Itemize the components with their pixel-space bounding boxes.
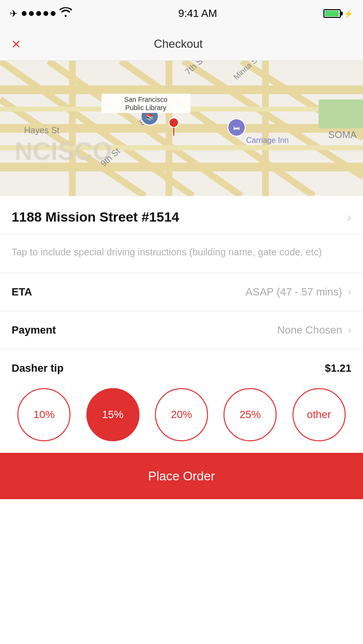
svg-text:SOMA: SOMA <box>328 129 357 140</box>
wifi-icon <box>59 7 72 20</box>
tip-button-25[interactable]: 25% <box>223 388 277 441</box>
svg-text:Public Library: Public Library <box>126 104 167 112</box>
svg-text:Hayes St: Hayes St <box>24 126 59 135</box>
svg-text:Carriage Inn: Carriage Inn <box>246 136 289 144</box>
bolt-icon: ⚡ <box>344 9 353 18</box>
svg-text:🛏: 🛏 <box>233 124 240 132</box>
signal-dot-3 <box>36 11 41 16</box>
status-left: ✈ <box>10 7 72 20</box>
eta-chevron: › <box>348 286 351 298</box>
address-chevron: › <box>347 210 351 225</box>
payment-value: None Chosen <box>277 324 342 336</box>
tip-button-20[interactable]: 20% <box>155 388 208 441</box>
address-text: 1188 Mission Street #1514 <box>12 210 179 225</box>
svg-text:📚: 📚 <box>146 113 154 121</box>
payment-chevron: › <box>348 324 351 336</box>
signal-dot-1 <box>22 11 27 16</box>
tip-value: $1.21 <box>325 362 351 375</box>
tip-button-10[interactable]: 10% <box>17 388 70 441</box>
page-title: Checkout <box>154 37 203 51</box>
eta-value: ASAP (47 - 57 mins) <box>246 286 342 298</box>
payment-value-container: None Chosen › <box>277 324 351 336</box>
signal-dot-5 <box>51 11 56 16</box>
tip-label: Dasher tip <box>12 362 64 375</box>
tip-button-15[interactable]: 15% <box>86 388 140 441</box>
payment-row[interactable]: Payment None Chosen › <box>0 311 363 350</box>
payment-label: Payment <box>12 324 56 336</box>
nav-bar: × Checkout <box>0 27 363 61</box>
map-area[interactable]: NCISCO SOMA 7th St Minna St 8th St 9th S… <box>0 61 363 196</box>
address-section[interactable]: 1188 Mission Street #1514 › <box>0 196 363 234</box>
tip-buttons-container: 10% 15% 20% 25% other <box>0 383 363 453</box>
dasher-tip-row: Dasher tip $1.21 <box>0 350 363 383</box>
svg-text:San Francisco: San Francisco <box>124 96 168 103</box>
svg-point-31 <box>169 118 179 127</box>
status-bar: ✈ 9:41 AM ⚡ <box>0 0 363 27</box>
signal-dot-2 <box>29 11 34 16</box>
battery-fill <box>325 11 339 16</box>
place-order-button[interactable]: Place Order <box>0 453 363 499</box>
close-button[interactable]: × <box>12 36 21 52</box>
airplane-icon: ✈ <box>10 8 18 19</box>
tip-button-other[interactable]: other <box>293 388 346 441</box>
eta-label: ETA <box>12 286 32 298</box>
signal-dots <box>22 11 56 16</box>
battery-icon <box>323 9 341 18</box>
status-right: ⚡ <box>323 9 353 18</box>
signal-dot-4 <box>43 11 48 16</box>
battery-container <box>323 9 341 18</box>
instructions-placeholder: Tap to include special driving instructi… <box>12 247 322 257</box>
status-time: 9:41 AM <box>178 7 217 20</box>
svg-rect-15 <box>319 99 363 128</box>
svg-text:NCISCO: NCISCO <box>14 137 112 165</box>
eta-row[interactable]: ETA ASAP (47 - 57 mins) › <box>0 273 363 311</box>
eta-value-container: ASAP (47 - 57 mins) › <box>246 286 351 298</box>
instructions-section[interactable]: Tap to include special driving instructi… <box>0 234 363 273</box>
